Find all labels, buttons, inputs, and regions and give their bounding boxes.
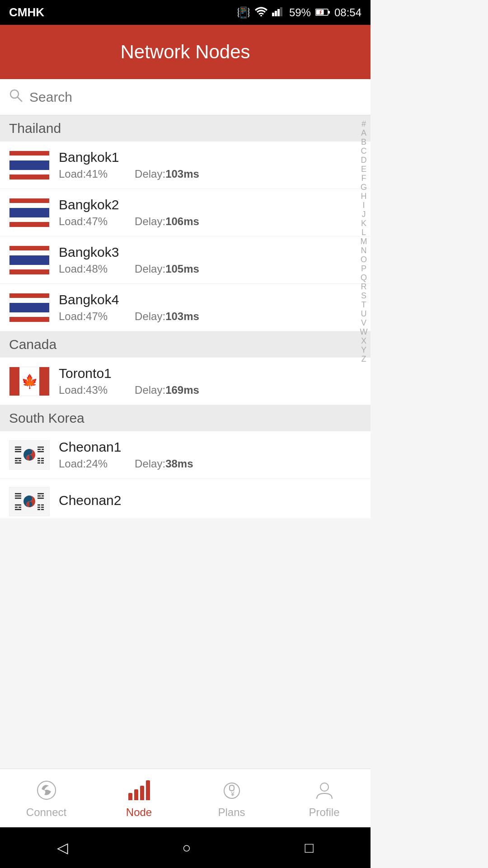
alpha-letter-m[interactable]: M bbox=[361, 237, 367, 245]
load-label: Load:43% bbox=[59, 384, 108, 396]
status-bar: CMHK 📳 59% bbox=[0, 0, 371, 25]
alpha-letter-e[interactable]: E bbox=[361, 165, 366, 173]
battery-icon bbox=[315, 6, 330, 19]
svg-rect-4 bbox=[280, 7, 282, 16]
alpha-letter-#[interactable]: # bbox=[361, 120, 366, 128]
alpha-letter-r[interactable]: R bbox=[361, 283, 367, 291]
home-button[interactable]: ○ bbox=[182, 840, 191, 856]
nav-label-plans: Plans bbox=[218, 806, 245, 819]
alpha-letter-f[interactable]: F bbox=[361, 174, 366, 182]
recent-button[interactable]: □ bbox=[305, 840, 314, 856]
node-name: Bangkok4 bbox=[59, 292, 361, 307]
node-info: Bangkok4 Load:47% Delay:103ms bbox=[59, 292, 361, 323]
node-list: #ABCDEFGHIJKLMNOPQRSTUVWXYZ Thailand Ban… bbox=[0, 115, 371, 809]
svg-rect-3 bbox=[277, 9, 280, 16]
alpha-letter-a[interactable]: A bbox=[361, 129, 366, 137]
back-button[interactable]: ◁ bbox=[57, 839, 68, 856]
load-label: Load:24% bbox=[59, 458, 108, 470]
svg-line-12 bbox=[18, 97, 22, 101]
delay-label: Delay:105ms bbox=[135, 263, 199, 275]
load-label: Load:47% bbox=[59, 215, 108, 228]
list-item[interactable]: Bangkok1 Load:41% Delay:103ms bbox=[0, 142, 371, 189]
node-info: Toronto1 Load:43% Delay:169ms bbox=[59, 366, 361, 396]
svg-point-0 bbox=[260, 15, 262, 16]
node-info: Cheonan1 Load:24% Delay:38ms bbox=[59, 439, 361, 470]
alpha-letter-y[interactable]: Y bbox=[361, 346, 366, 354]
status-icons: 📳 59% bbox=[237, 6, 361, 19]
alpha-letter-b[interactable]: B bbox=[361, 138, 366, 146]
signal-icon bbox=[272, 6, 285, 19]
nav-label-profile: Profile bbox=[309, 806, 339, 819]
node-info: Cheonan2 bbox=[59, 493, 361, 511]
flag-korea bbox=[9, 440, 50, 470]
svg-rect-2 bbox=[275, 11, 277, 16]
alpha-letter-c[interactable]: C bbox=[361, 147, 367, 155]
search-bar[interactable] bbox=[0, 79, 371, 115]
node-name: Toronto1 bbox=[59, 366, 361, 381]
app-header: Network Nodes bbox=[0, 25, 371, 79]
alpha-letter-g[interactable]: G bbox=[361, 183, 367, 191]
alpha-letter-t[interactable]: T bbox=[361, 301, 366, 309]
load-label: Load:47% bbox=[59, 310, 108, 323]
alpha-letter-h[interactable]: H bbox=[361, 192, 367, 200]
list-item[interactable]: Cheonan1 Load:24% Delay:38ms bbox=[0, 431, 371, 479]
svg-rect-1 bbox=[272, 13, 274, 16]
flag-thailand bbox=[9, 151, 50, 180]
node-stats: Load:47% Delay:103ms bbox=[59, 310, 361, 323]
section-south-korea: South Korea bbox=[0, 405, 371, 431]
flag-thailand bbox=[9, 198, 50, 227]
flag-canada: 🍁 bbox=[9, 367, 50, 396]
search-input[interactable] bbox=[29, 90, 361, 105]
alpha-letter-i[interactable]: I bbox=[362, 201, 365, 209]
alpha-letter-s[interactable]: S bbox=[361, 292, 366, 300]
alpha-letter-j[interactable]: J bbox=[362, 210, 366, 218]
section-thailand: Thailand bbox=[0, 115, 371, 142]
alpha-letter-k[interactable]: K bbox=[361, 219, 366, 227]
list-item[interactable]: Bangkok2 Load:47% Delay:106ms bbox=[0, 189, 371, 236]
svg-rect-6 bbox=[328, 11, 330, 14]
svg-text:¥: ¥ bbox=[230, 790, 235, 797]
list-item[interactable]: Cheonan2 bbox=[0, 479, 371, 519]
clock: 08:54 bbox=[334, 6, 361, 19]
nav-item-node[interactable]: Node bbox=[93, 778, 185, 819]
nav-item-connect[interactable]: Connect bbox=[0, 778, 93, 819]
node-stats: Load:47% Delay:106ms bbox=[59, 215, 361, 228]
flag-korea bbox=[9, 487, 50, 516]
alpha-letter-o[interactable]: O bbox=[361, 255, 367, 264]
node-name: Bangkok3 bbox=[59, 245, 361, 260]
delay-label: Delay:169ms bbox=[135, 384, 199, 396]
list-item[interactable]: Bangkok4 Load:47% Delay:103ms bbox=[0, 284, 371, 331]
node-stats: Load:48% Delay:105ms bbox=[59, 263, 361, 275]
alpha-letter-d[interactable]: D bbox=[361, 156, 367, 164]
list-item[interactable]: 🍁 Toronto1 Load:43% Delay:169ms bbox=[0, 358, 371, 405]
alpha-letter-p[interactable]: P bbox=[361, 264, 366, 273]
alpha-letter-x[interactable]: X bbox=[361, 337, 366, 345]
alpha-letter-n[interactable]: N bbox=[361, 246, 367, 255]
section-canada: Canada bbox=[0, 331, 371, 358]
plans-icon: ¥ bbox=[219, 778, 244, 802]
bottom-nav: Connect Node ¥ Plans bbox=[0, 769, 371, 827]
maple-leaf-icon: 🍁 bbox=[21, 373, 38, 389]
nav-item-plans[interactable]: ¥ Plans bbox=[185, 778, 278, 819]
carrier: CMHK bbox=[9, 5, 44, 19]
alpha-letter-w[interactable]: W bbox=[360, 328, 368, 336]
list-item[interactable]: Bangkok3 Load:48% Delay:105ms bbox=[0, 236, 371, 284]
node-name: Bangkok2 bbox=[59, 197, 361, 212]
nav-label-node: Node bbox=[126, 806, 152, 819]
alphabet-sidebar[interactable]: #ABCDEFGHIJKLMNOPQRSTUVWXYZ bbox=[357, 115, 371, 809]
svg-point-55 bbox=[320, 783, 328, 791]
alpha-letter-u[interactable]: U bbox=[361, 310, 367, 318]
profile-icon bbox=[312, 778, 337, 802]
battery-percent: 59% bbox=[289, 6, 311, 19]
node-info: Bangkok2 Load:47% Delay:106ms bbox=[59, 197, 361, 228]
node-stats: Load:24% Delay:38ms bbox=[59, 458, 361, 470]
alpha-letter-z[interactable]: Z bbox=[361, 355, 366, 363]
node-stats: Load:43% Delay:169ms bbox=[59, 384, 361, 396]
alpha-letter-v[interactable]: V bbox=[361, 319, 366, 327]
node-info: Bangkok3 Load:48% Delay:105ms bbox=[59, 245, 361, 275]
delay-label: Delay:38ms bbox=[135, 458, 193, 470]
node-stats: Load:41% Delay:103ms bbox=[59, 168, 361, 180]
delay-label: Delay:106ms bbox=[135, 215, 199, 228]
alpha-letter-l[interactable]: L bbox=[361, 228, 366, 236]
alpha-letter-q[interactable]: Q bbox=[361, 274, 367, 282]
